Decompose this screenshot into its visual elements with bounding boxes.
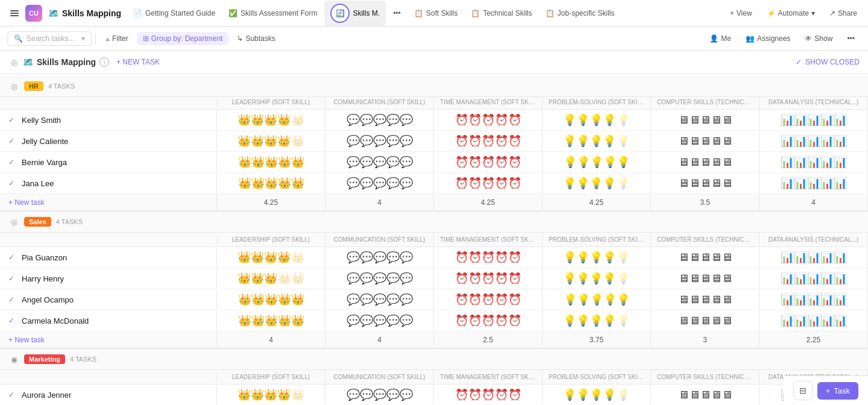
new-task-link-sales[interactable]: + New task: [8, 336, 45, 344]
col-communication: COMMUNICATION (SOFT SKILL): [326, 95, 434, 109]
sales-summary-problem: 3.75: [542, 332, 651, 348]
skill-communication: 💬💬💬💬💬: [326, 152, 434, 172]
more-options-button[interactable]: •••: [841, 32, 861, 45]
col-communication-marketing: COMMUNICATION (SOFT SKILL): [326, 370, 434, 384]
tab-technical-skills[interactable]: 📋 Technical Skills: [465, 6, 538, 20]
skill-data: 📊📊📊📊📊: [760, 247, 868, 268]
skill-data: 📊📊📊📊📊: [760, 131, 868, 151]
sales-tag: Sales: [24, 217, 51, 227]
share-button[interactable]: ↗ Share: [823, 6, 863, 20]
skill-leadership: 👑👑👑👑👑: [217, 173, 326, 193]
skill-time: ⏰⏰⏰⏰⏰: [434, 289, 542, 310]
subtasks-icon: ↳: [237, 34, 243, 43]
toolbar-right: 👤 Me 👥 Assignees 👁 Show •••: [703, 32, 861, 45]
skill-time: ⏰⏰⏰⏰⏰: [434, 110, 542, 130]
table-row[interactable]: ✓ Angel Ocampo 👑👑👑👑👑 💬💬💬💬💬 ⏰⏰⏰⏰⏰ 💡💡💡💡💡 🖥…: [0, 289, 868, 310]
col-time-management-marketing: TIME MANAGEMENT (SOFT SKILL): [434, 370, 542, 384]
skill-computer: 🖥🖥🖥🖥🖥: [651, 290, 760, 310]
sales-collapse-btn[interactable]: ◎: [8, 216, 19, 227]
task-name: Carmela McDonald: [22, 316, 89, 325]
filter-icon: ⟁: [105, 34, 110, 43]
table-row[interactable]: ✓ Kelly Smith 👑👑👑👑👑 💬💬💬💬💬 ⏰⏰⏰⏰⏰ 💡💡💡💡💡 🖥🖥…: [0, 110, 868, 131]
show-icon: 👁: [805, 34, 812, 43]
col-problem-solving-sales: PROBLEM-SOLVING (SOFT SKIL...): [542, 233, 651, 246]
table-row[interactable]: ✓ Jana Lee 👑👑👑👑👑 💬💬💬💬💬 ⏰⏰⏰⏰⏰ 💡💡💡💡💡 🖥🖥🖥🖥🖥…: [0, 173, 868, 194]
new-task-button[interactable]: + NEW TASK: [113, 57, 163, 68]
sales-col-headers: LEADERSHIP (SOFT SKILL) COMMUNICATION (S…: [0, 233, 868, 247]
skill-time: ⏰⏰⏰⏰⏰: [434, 247, 542, 268]
tab-skills-assessment[interactable]: ✅ Skills Assessment Form: [222, 6, 323, 20]
task-name: Harry Henry: [22, 274, 64, 283]
group-by-button[interactable]: ⊞ Group by: Department: [137, 32, 229, 45]
task-name: Aurora Jenner: [22, 391, 71, 400]
task-name-cell: ✓ Jelly Caliente: [0, 132, 217, 151]
search-input[interactable]: 🔍 Search tasks... ▾: [7, 31, 92, 46]
me-button[interactable]: 👤 Me: [703, 32, 737, 45]
add-task-button[interactable]: + Task: [817, 382, 858, 400]
skill-problem: 💡💡💡💡💡: [542, 310, 651, 331]
skill-communication: 💬💬💬💬💬: [326, 131, 434, 151]
skill-communication: 💬💬💬💬💬: [326, 310, 434, 331]
task-name: Bernie Varga: [22, 158, 67, 167]
table-row[interactable]: ✓ Jelly Caliente 👑👑👑👑👑 💬💬💬💬💬 ⏰⏰⏰⏰⏰ 💡💡💡💡💡…: [0, 131, 868, 152]
show-closed-button[interactable]: SHOW CLOSED: [805, 58, 860, 66]
col-computer-skills-marketing: COMPUTER SKILLS (TECHNICA...): [651, 370, 760, 384]
table-row[interactable]: ✓ Bernie Varga 👑👑👑👑👑 💬💬💬💬💬 ⏰⏰⏰⏰⏰ 💡💡💡💡💡 🖥…: [0, 152, 868, 173]
view-button[interactable]: + View: [724, 6, 758, 20]
page-header-row: ◎ 🗺️ Skills Mapping i + NEW TASK ✓ SHOW …: [0, 51, 868, 74]
tab-more[interactable]: •••: [387, 6, 407, 20]
group-header-hr: ◎ HR 4 TASKS: [0, 76, 868, 97]
collapse-button[interactable]: ◎: [8, 57, 19, 68]
chevron-down-icon: ▾: [81, 34, 85, 43]
table-row[interactable]: ✓ Aurora Jenner 👑👑👑👑👑 💬💬💬💬💬 ⏰⏰⏰⏰⏰ 💡💡💡💡💡 …: [0, 385, 868, 404]
bottom-bar: ⊟ + Task: [784, 375, 868, 404]
col-computer-skills-sales: COMPUTER SKILLS (TECHNICA...): [651, 233, 760, 246]
skill-problem: 💡💡💡💡💡: [542, 173, 651, 193]
table-row[interactable]: ✓ Carmela McDonald 👑👑👑👑👑 💬💬💬💬💬 ⏰⏰⏰⏰⏰ 💡💡💡…: [0, 310, 868, 331]
marketing-collapse-btn[interactable]: ◉: [8, 354, 19, 365]
sales-tasks-count: 4 TASKS: [56, 218, 83, 225]
check-icon: ✓: [8, 316, 17, 325]
tab-job-specific[interactable]: 📋 Job-specific Skills: [539, 6, 621, 20]
skill-computer: 🖥🖥🖥🖥🖥: [651, 269, 760, 289]
skill-communication: 💬💬💬💬💬: [326, 110, 434, 130]
group-sales: ◎ Sales 4 TASKS LEADERSHIP (SOFT SKILL) …: [0, 212, 868, 349]
table-view-icon[interactable]: ⊟: [793, 381, 813, 400]
task-name: Angel Ocampo: [22, 295, 74, 304]
show-button[interactable]: 👁 Show: [799, 32, 838, 45]
hr-col-headers: LEADERSHIP (SOFT SKILL) COMMUNICATION (S…: [0, 95, 868, 110]
tab-soft-skills[interactable]: 📋 Soft Skills: [408, 6, 464, 20]
automate-button[interactable]: ⚡ Automate ▾: [761, 6, 821, 20]
check-icon: ✓: [8, 179, 17, 187]
table-row[interactable]: ✓ Pia Guanzon 👑👑👑👑👑 💬💬💬💬💬 ⏰⏰⏰⏰⏰ 💡💡💡💡💡 🖥🖥…: [0, 247, 868, 268]
check-icon: ✓: [8, 116, 17, 124]
hr-collapse-btn[interactable]: ◎: [8, 81, 19, 92]
skill-leadership: 👑👑👑👑👑: [217, 110, 326, 130]
skill-communication: 💬💬💬💬💬: [326, 385, 434, 404]
new-task-link[interactable]: + New task: [8, 198, 45, 207]
filter-button[interactable]: ⟁ Filter: [99, 32, 134, 45]
group-marketing: ◉ Marketing 4 TASKS LEADERSHIP (SOFT SKI…: [0, 349, 868, 404]
info-icon[interactable]: i: [99, 57, 109, 67]
skill-problem: 💡💡💡💡💡: [542, 131, 651, 151]
sidebar-toggle[interactable]: [5, 4, 24, 23]
skill-problem: 💡💡💡💡💡: [542, 385, 651, 404]
tab-getting-started[interactable]: 📄 Getting Started Guide: [127, 6, 221, 20]
col-leadership: LEADERSHIP (SOFT SKILL): [217, 95, 326, 109]
skill-communication: 💬💬💬💬💬: [326, 289, 434, 310]
assignees-button[interactable]: 👥 Assignees: [740, 32, 796, 45]
skill-leadership: 👑👑👑👑👑: [217, 289, 326, 310]
tab-skills-m[interactable]: 🔄 Skills M.: [324, 1, 386, 26]
skill-computer: 🖥🖥🖥🖥🖥: [651, 174, 760, 193]
check-icon: ✓: [8, 158, 17, 166]
table-row[interactable]: ✓ Harry Henry 👑👑👑👑👑 💬💬💬💬💬 ⏰⏰⏰⏰⏰ 💡💡💡💡💡 🖥🖥…: [0, 268, 868, 289]
page-title: 🗺️ Skills Mapping: [23, 57, 96, 67]
col-data-analysis-sales: DATA ANALYSIS (TECHNICAL...): [760, 233, 868, 246]
nav-right-actions: + View ⚡ Automate ▾ ↗ Share: [724, 6, 863, 20]
subtasks-button[interactable]: ↳ Subtasks: [231, 32, 281, 45]
toolbar-divider: [95, 33, 96, 45]
skill-computer: 🖥🖥🖥🖥🖥: [651, 248, 760, 268]
col-communication-sales: COMMUNICATION (SOFT SKILL): [326, 233, 434, 246]
hr-summary-computer: 3.5: [651, 195, 760, 210]
skill-leadership: 👑👑👑👑👑: [217, 385, 326, 404]
